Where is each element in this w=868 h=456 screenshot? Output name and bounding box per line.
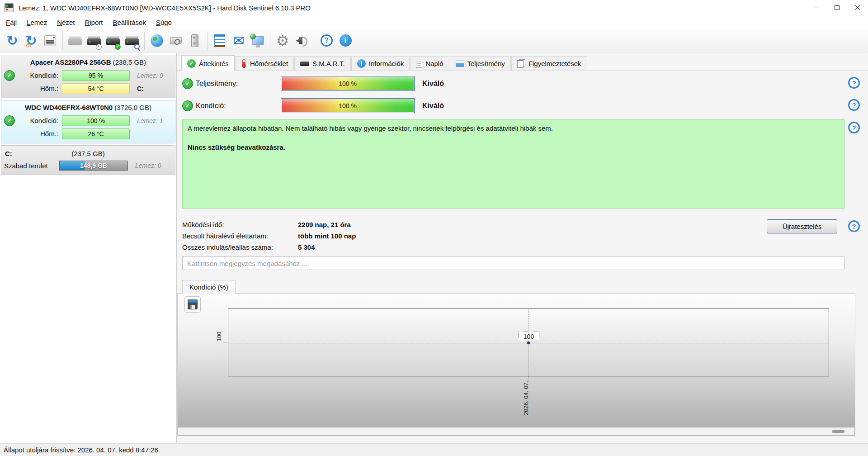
disk-size: (3726,0 GB)	[114, 104, 151, 111]
report-button[interactable]	[41, 31, 60, 51]
status-help-icon[interactable]	[848, 122, 860, 133]
stat-row: Összes indulás/leállás száma: 5 304	[182, 242, 356, 253]
toolbar-separator	[207, 32, 208, 50]
disk-size: (238,5 GB)	[113, 58, 146, 66]
sound-speaker-icon	[295, 34, 308, 47]
condition-label: Kondíció:	[21, 117, 60, 124]
warning-icon: ⚠	[25, 41, 31, 49]
health-status-box: A merevlemez állapota hibátlan. Nem talá…	[182, 119, 844, 209]
snapshot-button[interactable]	[166, 31, 185, 51]
menu-view[interactable]: Nézet	[52, 17, 80, 28]
disk-panel-apacer[interactable]: Apacer AS2280P4 256GB (238,5 GB) Kondíci…	[1, 55, 175, 98]
y-axis-tick	[223, 342, 228, 342]
condition-row: Kondíció: 100 % Lemez: 1	[4, 114, 172, 127]
notes-button[interactable]	[210, 31, 229, 51]
partition-name: C:	[5, 150, 61, 157]
refresh-warning-button[interactable]: ↻⚠	[22, 31, 41, 51]
sound-settings-button[interactable]	[292, 31, 311, 51]
computer-button[interactable]	[185, 31, 204, 51]
toolbar-separator	[314, 32, 314, 50]
disk-surface-test-button[interactable]	[123, 31, 142, 51]
close-button[interactable]	[847, 0, 868, 15]
web-update-button[interactable]	[248, 31, 267, 51]
condition-meter: 95 %	[62, 70, 130, 81]
toolbar: ↻ ↻⚠ ✉ ⚙	[0, 29, 868, 52]
tab-performance[interactable]: Teljesítmény	[450, 56, 511, 71]
condition-help-icon[interactable]	[848, 99, 860, 111]
tab-temperature[interactable]: Hőmérséklet	[235, 56, 294, 71]
partition-panel-c[interactable]: C: (237,5 GB) Szabad terület 148,9 GB Le…	[1, 145, 175, 175]
chart-scrollbar[interactable]	[178, 428, 854, 435]
retest-button[interactable]: Újratesztelés	[767, 219, 837, 233]
disk-panel-wdc[interactable]: WDC WD40EFRX-68WT0N0 (3726,0 GB) Kondíci…	[1, 100, 175, 143]
toolbar-separator	[62, 32, 63, 50]
y-axis-tick-label: 100	[216, 332, 222, 342]
info-button[interactable]	[336, 31, 355, 51]
refresh-icon: ↻	[6, 34, 18, 48]
comment-input[interactable]	[182, 256, 844, 270]
health-ok-icon	[4, 70, 15, 81]
free-space-label: Szabad terület	[4, 162, 57, 170]
info-circle-icon	[357, 59, 366, 68]
refresh-button[interactable]: ↻	[3, 31, 22, 51]
tab-information[interactable]: Információk	[351, 56, 410, 71]
window-controls	[806, 0, 868, 15]
disk-test-button[interactable]	[104, 31, 123, 51]
performance-help-icon[interactable]	[848, 77, 860, 89]
settings-button[interactable]: ⚙	[273, 31, 292, 51]
status-text: Állapot utoljára frissítve: 2026. 04. 07…	[4, 446, 158, 454]
performance-row: Teljesítmény: 100 % Kiváló	[182, 76, 444, 91]
save-chart-button[interactable]	[184, 296, 201, 313]
check-badge-icon	[115, 44, 121, 50]
help-button[interactable]	[317, 31, 336, 51]
tab-label: Napló	[425, 60, 443, 67]
chart-tab-condition[interactable]: Kondíció (%)	[182, 280, 236, 294]
free-space-value: 148,9 GB	[60, 161, 127, 170]
hard-disk-sentinel-window: Lemez: 1, WDC WD40EFRX-68WT0N0 [WD-WCC4E…	[0, 0, 868, 456]
menu-disk[interactable]: Lemez	[22, 17, 52, 28]
disk-schedule-button[interactable]	[85, 31, 104, 51]
minimize-button[interactable]	[806, 0, 826, 15]
chart-icon	[456, 61, 464, 67]
maximize-icon	[835, 5, 840, 10]
health-status-text: A merevlemez állapota hibátlan. Nem talá…	[188, 124, 839, 133]
partition-size: (237,5 GB)	[61, 150, 116, 157]
report-window-icon	[44, 35, 56, 46]
tab-alerts[interactable]: Figyelmeztetések	[511, 56, 587, 71]
tabbar: Áttekintés Hőmérséklet S.M.A.R.T. Inform…	[177, 53, 868, 71]
disk-title: WDC WD40EFRX-68WT0N0 (3726,0 GB)	[4, 102, 172, 114]
drive-letter-label: C:	[132, 85, 172, 92]
chart-scrollbar-thumb[interactable]	[832, 430, 844, 433]
menu-report[interactable]: Riport	[80, 17, 108, 28]
tab-log[interactable]: Napló	[410, 56, 449, 71]
send-mail-button[interactable]: ✉	[229, 31, 248, 51]
data-point	[527, 342, 530, 344]
tab-overview[interactable]: Áttekintés	[181, 55, 235, 71]
health-ok-icon	[4, 115, 15, 126]
menu-help[interactable]: Súgó	[151, 17, 177, 28]
main-area: Áttekintés Hőmérséklet S.M.A.R.T. Inform…	[177, 53, 868, 443]
temperature-row: Hőm.: 54 °C C:	[4, 82, 172, 95]
partition-header: C: (237,5 GB)	[4, 147, 172, 159]
condition-meter: 100 %	[62, 115, 130, 126]
disk-sidebar: Apacer AS2280P4 256GB (238,5 GB) Kondíci…	[0, 53, 177, 443]
retest-help-icon[interactable]	[848, 220, 860, 232]
performance-rating: Kiváló	[422, 80, 444, 88]
snapshot-camera-icon	[170, 37, 182, 44]
temperature-meter: 26 °C	[62, 128, 130, 139]
tab-smart[interactable]: S.M.A.R.T.	[294, 56, 351, 71]
menu-file[interactable]: Fájl	[1, 17, 22, 28]
maximize-button[interactable]	[826, 0, 847, 15]
lifetime-stats: Működési idő: 2209 nap, 21 óra Becsült h…	[182, 219, 356, 253]
info-icon	[340, 34, 352, 47]
mail-icon: ✉	[233, 34, 244, 48]
condition-label: Kondíció:	[21, 71, 60, 79]
mini-globe-icon	[250, 33, 256, 39]
condition-label: Kondíció:	[196, 102, 281, 110]
settings-gear-icon: ⚙	[276, 33, 289, 48]
condition-meter: 100 %	[281, 98, 415, 113]
network-status-button[interactable]	[147, 31, 166, 51]
temperature-row: Hőm.: 26 °C	[4, 127, 172, 140]
menu-settings[interactable]: Beállítások	[108, 17, 151, 28]
thermometer-icon	[242, 59, 245, 66]
